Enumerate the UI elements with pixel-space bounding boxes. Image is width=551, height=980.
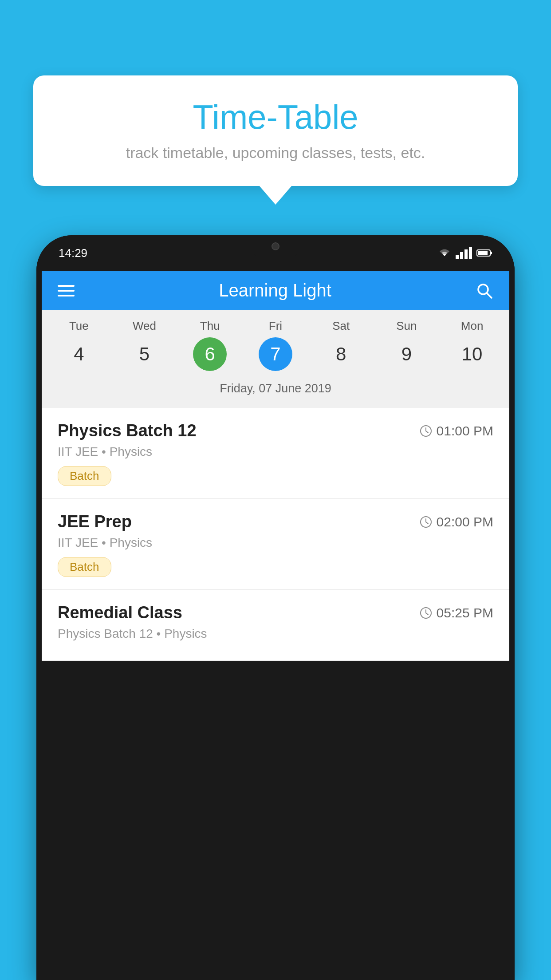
schedule-item-3[interactable]: Remedial Class 05:25 PM Physics Batch 12… xyxy=(42,590,509,661)
schedule-time-1: 01:00 PM xyxy=(420,423,493,439)
schedule-time-2: 02:00 PM xyxy=(420,514,493,530)
batch-tag-1: Batch xyxy=(58,466,111,486)
schedule-title-2: JEE Prep xyxy=(58,512,132,531)
schedule-time-3: 05:25 PM xyxy=(420,605,493,620)
day-col-thu[interactable]: Thu 6 xyxy=(181,319,239,371)
schedule-subtitle-3: Physics Batch 12 • Physics xyxy=(58,627,493,641)
schedule-item-1-header: Physics Batch 12 01:00 PM xyxy=(58,421,493,440)
schedule-title-3: Remedial Class xyxy=(58,603,182,622)
day-col-sat[interactable]: Sat 8 xyxy=(312,319,370,371)
phone-screen: Learning Light Tue 4 Wed 5 xyxy=(42,271,509,661)
day-col-mon[interactable]: Mon 10 xyxy=(443,319,501,371)
selected-date-label: Friday, 07 June 2019 xyxy=(42,376,509,403)
schedule-list: Physics Batch 12 01:00 PM IIT JEE • Phys… xyxy=(42,408,509,661)
status-bar: 14:29 xyxy=(36,235,515,271)
batch-tag-2: Batch xyxy=(58,557,111,577)
tooltip-subtitle: track timetable, upcoming classes, tests… xyxy=(60,144,491,162)
status-icons xyxy=(438,247,492,259)
phone-frame: 14:29 xyxy=(36,235,515,980)
battery-icon xyxy=(476,249,492,257)
day-col-tue[interactable]: Tue 4 xyxy=(50,319,108,371)
tooltip-title: Time-Table xyxy=(60,98,491,136)
app-header: Learning Light xyxy=(42,271,509,310)
search-icon[interactable] xyxy=(476,282,493,300)
camera xyxy=(272,242,279,250)
day-col-wed[interactable]: Wed 5 xyxy=(116,319,173,371)
day-col-fri[interactable]: Fri 7 xyxy=(247,319,304,371)
schedule-item-2-header: JEE Prep 02:00 PM xyxy=(58,512,493,531)
schedule-item-1[interactable]: Physics Batch 12 01:00 PM IIT JEE • Phys… xyxy=(42,408,509,499)
clock-icon-1 xyxy=(420,425,432,437)
phone-container: 14:29 xyxy=(36,235,515,980)
wifi-icon xyxy=(438,248,451,258)
schedule-title-1: Physics Batch 12 xyxy=(58,421,197,440)
menu-button[interactable] xyxy=(58,285,75,296)
notch xyxy=(249,235,302,257)
svg-rect-2 xyxy=(491,252,492,254)
status-time: 14:29 xyxy=(59,246,87,260)
calendar-strip: Tue 4 Wed 5 Thu 6 Fri 7 xyxy=(42,310,509,408)
clock-icon-2 xyxy=(420,516,432,528)
day-col-sun[interactable]: Sun 9 xyxy=(378,319,435,371)
schedule-subtitle-2: IIT JEE • Physics xyxy=(58,536,493,550)
schedule-item-2[interactable]: JEE Prep 02:00 PM IIT JEE • Physics Batc… xyxy=(42,499,509,590)
signal-icon xyxy=(456,247,472,259)
clock-icon-3 xyxy=(420,607,432,619)
schedule-subtitle-1: IIT JEE • Physics xyxy=(58,445,493,459)
svg-rect-1 xyxy=(478,251,488,255)
schedule-item-3-header: Remedial Class 05:25 PM xyxy=(58,603,493,622)
svg-line-4 xyxy=(487,293,492,298)
tooltip-card: Time-Table track timetable, upcoming cla… xyxy=(33,75,518,186)
app-title: Learning Light xyxy=(219,281,331,300)
days-row: Tue 4 Wed 5 Thu 6 Fri 7 xyxy=(42,319,509,371)
